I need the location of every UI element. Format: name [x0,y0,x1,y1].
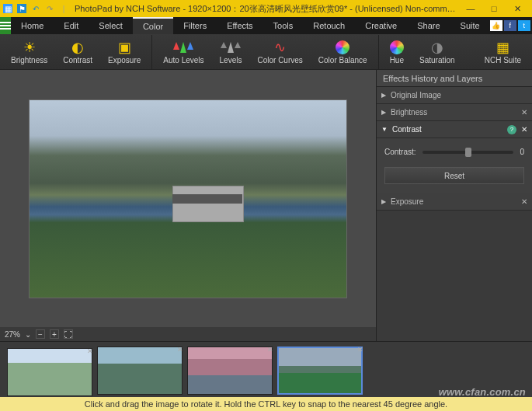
twitter-icon[interactable]: t [518,20,530,31]
close-icon[interactable]: ✕ [357,346,363,354]
side-panel: Effects History and Layers ▶Original Ima… [377,70,532,341]
like-icon[interactable]: 👍 [490,20,502,31]
app-icon-3: ↶ [31,4,40,13]
panel-label: Exposure [391,197,423,206]
help-icon[interactable]: ? [507,125,516,134]
balance-tool[interactable]: Color Balance [311,35,375,69]
app-icon-4: ↷ [45,4,54,13]
zoom-dropdown-icon[interactable]: ⌄ [25,330,31,339]
image-canvas[interactable] [29,99,347,298]
tool-label: Color Balance [318,56,367,64]
saturation-tool[interactable]: ◑Saturation [412,35,463,69]
window-title: PhotoPad by NCH Software - 1920×1200：20张… [75,3,459,15]
contrast-value: 0 [520,148,524,156]
hue-tool[interactable]: Hue [378,35,412,69]
reset-button[interactable]: Reset [384,167,524,184]
contrast-label: Contrast: [384,148,416,156]
thumbnail-image [187,347,273,395]
menu-edit[interactable]: Edit [54,17,89,34]
menu-select[interactable]: Select [89,17,133,34]
titlebar: ▦ ⚑ ↶ ↷ | PhotoPad by NCH Software - 192… [0,0,532,17]
close-icon[interactable]: ✕ [521,197,527,206]
thumbnail-image [97,347,183,395]
panel-label: Contrast [392,125,422,134]
chevron-right-icon: ▶ [381,92,386,99]
tool-label: Auto Levels [163,56,203,64]
nch-suite-tool[interactable]: ▦NCH Suite [477,35,529,69]
close-icon[interactable]: ✕ [521,108,527,117]
curves-icon: ∿ [274,39,286,56]
menu-effects[interactable]: Effects [217,17,263,34]
tool-label: Levels [220,56,242,64]
tool-label: Exposure [108,56,141,64]
menubar: Home Edit Select Color Filters Effects T… [0,17,532,34]
maximize-button[interactable]: □ [482,0,506,17]
levels-tool[interactable]: Levels [212,35,250,69]
taskbar-icons: ▦ ⚑ ↶ ↷ | [3,4,68,13]
sun-icon: ☀ [23,39,36,56]
canvas-area: 27% ⌄ − + ⛶ [0,70,377,341]
chevron-down-icon: ▼ [381,126,388,133]
menu-creative[interactable]: Creative [355,17,407,34]
tool-label: Contrast [63,56,92,64]
brightness-tool[interactable]: ☀Brightness [3,35,55,69]
hue-icon [390,39,404,56]
toolbar: ☀Brightness ◐Contrast ▣Exposure Auto Lev… [0,34,532,70]
tool-label: NCH Suite [485,56,521,64]
menu-home[interactable]: Home [11,17,54,34]
zoom-bar: 27% ⌄ − + ⛶ [0,327,376,341]
close-icon[interactable]: ✕ [177,346,183,354]
menu-suite[interactable]: Suite [450,17,490,34]
panel-label: Brightness [391,108,427,117]
panel-label: Original Image [391,91,441,99]
menu-retouch[interactable]: Retouch [303,17,355,34]
slider-thumb[interactable] [465,148,471,157]
hamburger-button[interactable] [0,17,11,34]
facebook-icon[interactable]: f [504,20,516,31]
side-panel-title: Effects History and Layers [377,70,532,87]
zoom-out-button[interactable]: − [36,329,45,339]
grid-icon: ▦ [496,39,509,56]
zoom-fit-button[interactable]: ⛶ [64,329,73,339]
thumbnail-image [277,347,363,395]
autolevels-icon [173,39,193,56]
contrast-panel-body: Contrast: 0 Reset [377,138,532,193]
tool-label: Brightness [11,56,47,64]
levels-icon [221,39,241,56]
panel-brightness[interactable]: ▶Brightness✕ [377,104,532,121]
app-icon-1: ▦ [3,4,12,13]
tool-label: Saturation [419,56,455,64]
close-icon[interactable]: ✕ [87,347,93,355]
chevron-right-icon: ▶ [381,109,386,116]
zoom-in-button[interactable]: + [50,329,59,339]
panel-original[interactable]: ▶Original Image [377,87,532,104]
exposure-icon: ▣ [118,39,131,56]
saturation-icon: ◑ [431,39,443,56]
close-icon[interactable]: ✕ [267,346,273,354]
contrast-tool[interactable]: ◐Contrast [55,35,100,69]
contrast-icon: ◐ [71,39,84,56]
menu-filters[interactable]: Filters [173,17,217,34]
tool-label: Color Curves [257,56,302,64]
chevron-right-icon: ▶ [381,198,386,205]
minimize-button[interactable]: — [459,0,482,17]
autolevels-tool[interactable]: Auto Levels [151,35,211,69]
divider: | [59,4,68,13]
curves-tool[interactable]: ∿Color Curves [249,35,310,69]
exposure-tool[interactable]: ▣Exposure [100,35,148,69]
zoom-percent: 27% [5,330,20,339]
app-icon-2: ⚑ [17,4,26,13]
contrast-slider[interactable] [422,151,514,154]
panel-contrast[interactable]: ▼Contrast?✕ [377,121,532,138]
close-icon[interactable]: ✕ [521,125,527,134]
panel-exposure[interactable]: ▶Exposure✕ [377,193,532,211]
menu-share[interactable]: Share [407,17,450,34]
menu-color[interactable]: Color [133,17,173,34]
balance-icon [336,39,349,56]
close-button[interactable]: ✕ [506,0,529,17]
menu-tools[interactable]: Tools [263,17,304,34]
thumbnail-image [7,348,92,396]
tool-label: Hue [390,56,404,64]
status-bar: Click and drag the image to rotate it. H… [0,397,532,411]
